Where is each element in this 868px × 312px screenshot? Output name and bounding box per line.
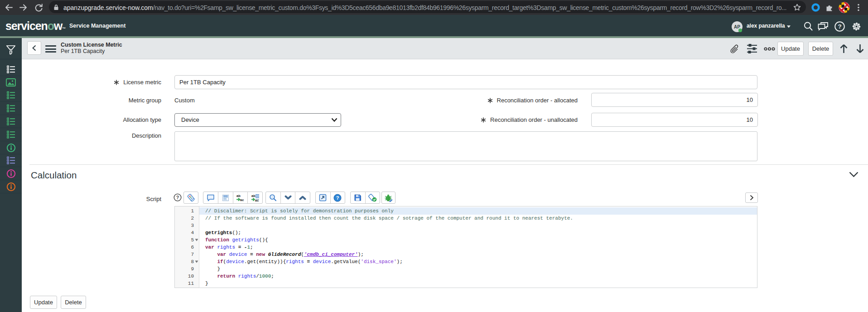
svg-text:?: ? xyxy=(838,23,841,30)
svg-text:ab: ab xyxy=(236,194,241,198)
svg-text:?: ? xyxy=(176,195,179,200)
svg-text:?: ? xyxy=(336,195,339,201)
svg-text:ac: ac xyxy=(255,198,259,202)
svg-text:ac: ac xyxy=(240,198,244,202)
svg-text:ab: ab xyxy=(251,194,256,198)
